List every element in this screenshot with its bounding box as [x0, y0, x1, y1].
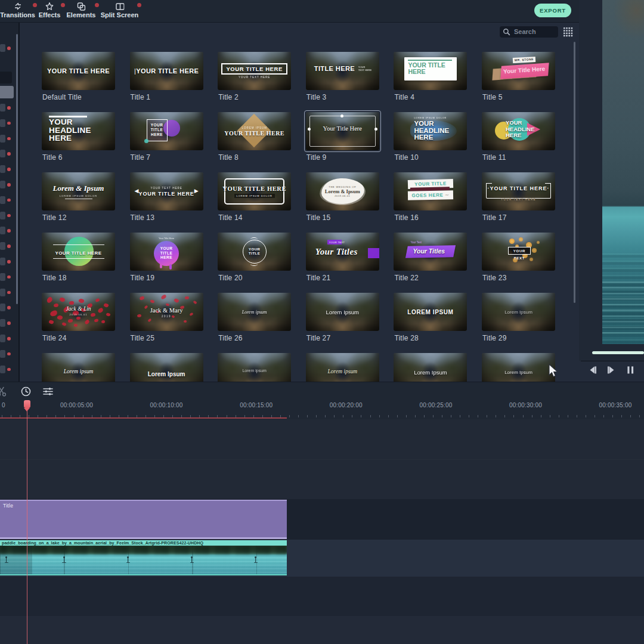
template-thumbnail[interactable]: YOURHEADLINEHERE [42, 112, 115, 150]
track-settings-icon[interactable] [42, 386, 54, 397]
template-thumbnail[interactable]: YOUR TITLE HEREYOUR TEXT HERE [218, 52, 291, 90]
template-cell[interactable]: YOUR TITLE HEREYOUR TEXT HERETitle 2 [218, 52, 291, 102]
template-thumbnail[interactable]: Lorem Ipsum [482, 293, 555, 331]
category-icon[interactable] [0, 119, 5, 127]
category-icon[interactable] [0, 366, 5, 373]
sidebar-scrollbar[interactable] [16, 34, 18, 304]
grid-scrollbar[interactable] [574, 42, 575, 303]
template-thumbnail[interactable]: YOUR TITLEHERE [394, 52, 467, 90]
template-cell[interactable]: Jack & Lin2019.06.01Title 24 [42, 293, 115, 343]
template-cell[interactable]: YOUR TEXTYour TitlesTitle 21 [306, 233, 379, 283]
template-thumbnail[interactable]: Lorem & IpsumLOREM IPSUM DOLOR [42, 172, 115, 210]
template-thumbnail[interactable]: Lorem ipsum [42, 353, 115, 382]
template-cell[interactable]: Lorem ipsumTitle 26 [218, 293, 291, 343]
template-cell[interactable]: Your Title HereYOURTITLEHERETitle 19 [130, 233, 203, 283]
previous-frame-button[interactable] [587, 365, 597, 375]
title-clip[interactable]: Title [0, 500, 287, 539]
template-cell[interactable]: YOUR TEXT HEREYOUR TITLE HERE◀▶Title 13 [130, 172, 203, 222]
category-icon[interactable] [0, 258, 5, 265]
template-thumbnail[interactable]: YOUR TITLEGOES HERE ∼ [394, 172, 467, 210]
template-cell[interactable]: LOREM IPSUM DOLORYOURHEADLINEHERETitle 1… [394, 112, 467, 162]
category-icon[interactable] [0, 165, 5, 173]
pause-button[interactable] [626, 365, 636, 375]
timeline-track-empty[interactable] [0, 577, 644, 616]
template-thumbnail[interactable]: YOUR TEXT HEREYOUR TITLE HERE◀▶ [130, 172, 203, 210]
category-icon[interactable] [0, 104, 5, 112]
template-thumbnail[interactable]: Lorem ipsum [218, 353, 291, 382]
category-icon[interactable] [0, 289, 5, 296]
template-cell[interactable]: Lorem ipsum [218, 353, 291, 382]
template-thumbnail[interactable]: Lorem Ipsum [306, 293, 379, 331]
preview-progress-bar[interactable] [592, 351, 644, 354]
template-thumbnail[interactable]: TITLE HEREYOURTEXT HERE [306, 52, 379, 90]
tab-elements[interactable]: Elements [65, 0, 97, 22]
timeline-track-empty[interactable] [0, 616, 644, 644]
template-cell[interactable]: LOREM IPSUMYOUR TITLE HERETitle 8 [218, 112, 291, 162]
template-cell[interactable]: Your Title HereTitle 9 [306, 112, 379, 162]
template-cell[interactable]: Lorem ipsum [42, 353, 115, 382]
category-icon[interactable] [0, 304, 5, 311]
template-thumbnail[interactable]: YOURHEADLINEHERE [482, 112, 555, 150]
template-cell[interactable]: ·YOUR TITLE HERE·YOUR TEXT HERETitle 17 [482, 172, 555, 222]
template-cell[interactable]: Your Title HereMR. STONETitle 5 [482, 52, 555, 102]
template-cell[interactable]: |YOUR TITLE HERETitle 1 [130, 52, 203, 102]
category-icon[interactable] [0, 44, 5, 52]
category-icon[interactable] [0, 150, 5, 157]
category-icon[interactable] [0, 242, 5, 250]
template-cell[interactable]: YOURHEADLINEHERETitle 11 [482, 112, 555, 162]
category-icon[interactable] [0, 227, 5, 234]
template-cell[interactable]: YOUR TITLE HEREDefault Title [42, 52, 115, 102]
category-icon[interactable] [0, 335, 5, 342]
template-thumbnail[interactable]: YOURTITLE [218, 233, 291, 271]
template-thumbnail[interactable]: Lorem Ipsum [130, 353, 203, 382]
template-cell[interactable]: YOUR TEXTTitle 23 [482, 233, 555, 283]
template-cell[interactable]: YOURTITLEHERETitle 7 [130, 112, 203, 162]
sidebar-item[interactable] [0, 72, 12, 83]
render-clock-icon[interactable] [20, 386, 32, 397]
template-thumbnail[interactable]: Your TextYour Titles [394, 233, 467, 271]
video-clip[interactable]: paddle_boarding_on_a_lake_by_a_mountain_… [0, 540, 287, 577]
template-thumbnail[interactable]: |YOUR TITLE HERE [130, 52, 203, 90]
next-frame-button[interactable] [606, 365, 617, 375]
template-cell[interactable]: YOURHEADLINEHERETitle 6 [42, 112, 115, 162]
template-thumbnail[interactable]: LOREM IPSUM DOLORYOURHEADLINEHERE [394, 112, 467, 150]
tab-split-screen[interactable]: Split Screen [100, 0, 139, 22]
template-thumbnail[interactable]: THE WEDDING OFLorem & Ipsum2019.06.01 [306, 172, 379, 210]
template-cell[interactable]: YOUR TITLEHERETitle 4 [394, 52, 467, 102]
split-scissors-icon[interactable] [0, 386, 7, 397]
template-thumbnail[interactable]: YOUR TEXTYour Titles [306, 233, 379, 271]
template-cell[interactable]: LOREM IPSUMTitle 28 [394, 293, 467, 343]
template-cell[interactable]: YOUR TITLEGOES HERE ∼Title 16 [394, 172, 467, 222]
template-thumbnail[interactable]: Lorem ipsum [218, 293, 291, 331]
template-cell[interactable]: Jack & Mary2019Title 25 [130, 293, 203, 343]
template-cell[interactable]: Lorem Ipsum [130, 353, 203, 382]
template-cell[interactable]: Lorem & IpsumLOREM IPSUM DOLORTitle 12 [42, 172, 115, 222]
template-cell[interactable]: Lorem Ipsum [482, 353, 555, 382]
template-cell[interactable]: Your TextYour TitlesTitle 22 [394, 233, 467, 283]
template-thumbnail[interactable]: YOURTITLEHERE [130, 112, 203, 150]
playhead-handle[interactable] [24, 400, 31, 408]
template-thumbnail[interactable]: ·YOUR TITLE HERE·YOUR TEXT HERE [482, 172, 555, 210]
tab-transitions[interactable]: Transitions [0, 0, 35, 22]
template-thumbnail[interactable]: YOUR TITLE HERE [42, 233, 115, 271]
template-cell[interactable]: YOUR TITLE HERELOREM IPSUM DOLORTitle 14 [218, 172, 291, 222]
template-cell[interactable]: Lorem IpsumTitle 27 [306, 293, 379, 343]
category-icon[interactable] [0, 350, 5, 358]
sidebar-item-selected[interactable] [0, 86, 14, 98]
template-thumbnail[interactable]: Jack & Mary2019 [130, 293, 203, 331]
template-thumbnail[interactable]: Lorem Ipsum [482, 353, 555, 382]
template-thumbnail[interactable]: Your Title Here [306, 112, 379, 150]
template-thumbnail[interactable]: Lorem Ipsum [394, 353, 467, 382]
category-icon[interactable] [0, 212, 5, 219]
template-thumbnail[interactable]: Your Title HereYOURTITLEHERE [130, 233, 203, 271]
template-thumbnail[interactable]: Your Title HereMR. STONE [482, 52, 555, 90]
grid-view-icon[interactable] [563, 27, 573, 37]
template-cell[interactable]: Lorem Ipsum [394, 353, 467, 382]
template-thumbnail[interactable]: YOUR TEXT [482, 233, 555, 271]
template-cell[interactable]: TITLE HEREYOURTEXT HERETitle 3 [306, 52, 379, 102]
template-cell[interactable]: YOUR TITLE HERETitle 18 [42, 233, 115, 283]
category-icon[interactable] [0, 196, 5, 204]
template-thumbnail[interactable]: LOREM IPSUM [394, 293, 467, 331]
template-cell[interactable]: YOURTITLETitle 20 [218, 233, 291, 283]
template-cell[interactable]: THE WEDDING OFLorem & Ipsum2019.06.01Tit… [306, 172, 379, 222]
